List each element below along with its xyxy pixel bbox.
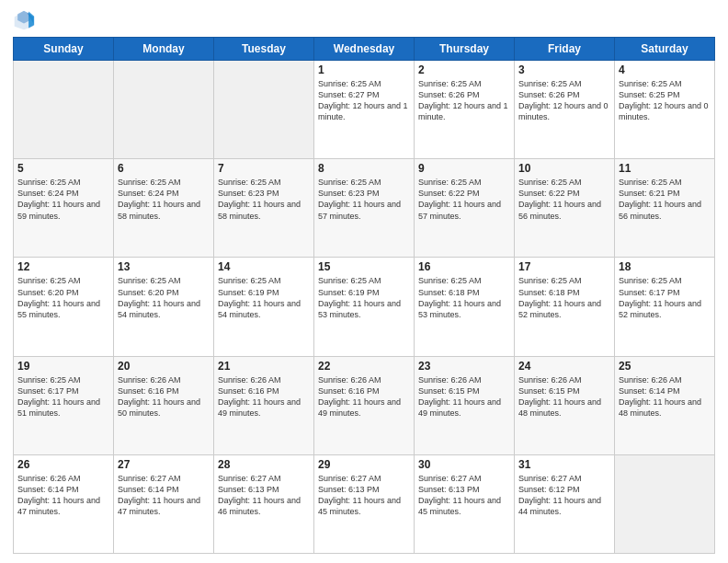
- calendar-cell: 31Sunrise: 6:27 AM Sunset: 6:12 PM Dayli…: [515, 454, 615, 553]
- calendar-cell: [114, 61, 214, 159]
- day-number: 8: [318, 162, 410, 175]
- calendar-cell: 9Sunrise: 6:25 AM Sunset: 6:22 PM Daylig…: [415, 159, 515, 258]
- cell-info: Sunrise: 6:26 AM Sunset: 6:14 PM Dayligh…: [17, 473, 109, 518]
- logo-icon: [13, 9, 35, 31]
- calendar-table: SundayMondayTuesdayWednesdayThursdayFrid…: [13, 37, 715, 554]
- calendar-cell: 1Sunrise: 6:25 AM Sunset: 6:27 PM Daylig…: [314, 61, 415, 159]
- weekday-header-monday: Monday: [114, 38, 214, 61]
- cell-info: Sunrise: 6:25 AM Sunset: 6:20 PM Dayligh…: [17, 275, 109, 320]
- day-number: 31: [518, 458, 610, 471]
- cell-info: Sunrise: 6:25 AM Sunset: 6:26 PM Dayligh…: [418, 78, 510, 123]
- cell-info: Sunrise: 6:27 AM Sunset: 6:14 PM Dayligh…: [118, 473, 210, 518]
- cell-info: Sunrise: 6:27 AM Sunset: 6:13 PM Dayligh…: [418, 473, 510, 518]
- day-number: 24: [518, 360, 610, 373]
- calendar-cell: 20Sunrise: 6:26 AM Sunset: 6:16 PM Dayli…: [114, 356, 214, 454]
- logo: [13, 9, 39, 31]
- weekday-header-row: SundayMondayTuesdayWednesdayThursdayFrid…: [14, 38, 715, 61]
- day-number: 11: [619, 162, 711, 175]
- calendar-cell: 16Sunrise: 6:25 AM Sunset: 6:18 PM Dayli…: [415, 258, 515, 356]
- cell-info: Sunrise: 6:25 AM Sunset: 6:20 PM Dayligh…: [118, 275, 210, 320]
- week-row-2: 12Sunrise: 6:25 AM Sunset: 6:20 PM Dayli…: [14, 258, 715, 356]
- calendar-cell: 21Sunrise: 6:26 AM Sunset: 6:16 PM Dayli…: [214, 356, 314, 454]
- calendar-cell: 29Sunrise: 6:27 AM Sunset: 6:13 PM Dayli…: [314, 454, 415, 553]
- day-number: 22: [318, 360, 410, 373]
- day-number: 5: [17, 162, 109, 175]
- calendar-cell: 7Sunrise: 6:25 AM Sunset: 6:23 PM Daylig…: [214, 159, 314, 258]
- cell-info: Sunrise: 6:25 AM Sunset: 6:19 PM Dayligh…: [218, 275, 310, 320]
- cell-info: Sunrise: 6:25 AM Sunset: 6:27 PM Dayligh…: [318, 78, 410, 123]
- calendar-cell: [14, 61, 114, 159]
- cell-info: Sunrise: 6:25 AM Sunset: 6:26 PM Dayligh…: [518, 78, 610, 123]
- calendar-cell: 18Sunrise: 6:25 AM Sunset: 6:17 PM Dayli…: [615, 258, 715, 356]
- week-row-4: 26Sunrise: 6:26 AM Sunset: 6:14 PM Dayli…: [14, 454, 715, 553]
- day-number: 16: [418, 260, 510, 273]
- day-number: 1: [318, 63, 410, 76]
- calendar-cell: 24Sunrise: 6:26 AM Sunset: 6:15 PM Dayli…: [515, 356, 615, 454]
- header: [13, 9, 715, 31]
- page: SundayMondayTuesdayWednesdayThursdayFrid…: [0, 0, 728, 563]
- day-number: 6: [118, 162, 210, 175]
- calendar-cell: 15Sunrise: 6:25 AM Sunset: 6:19 PM Dayli…: [314, 258, 415, 356]
- weekday-header-tuesday: Tuesday: [214, 38, 314, 61]
- calendar-cell: 22Sunrise: 6:26 AM Sunset: 6:16 PM Dayli…: [314, 356, 415, 454]
- cell-info: Sunrise: 6:25 AM Sunset: 6:18 PM Dayligh…: [518, 275, 610, 320]
- cell-info: Sunrise: 6:25 AM Sunset: 6:18 PM Dayligh…: [418, 275, 510, 320]
- day-number: 23: [418, 360, 510, 373]
- week-row-3: 19Sunrise: 6:25 AM Sunset: 6:17 PM Dayli…: [14, 356, 715, 454]
- day-number: 30: [418, 458, 510, 471]
- week-row-0: 1Sunrise: 6:25 AM Sunset: 6:27 PM Daylig…: [14, 61, 715, 159]
- cell-info: Sunrise: 6:27 AM Sunset: 6:12 PM Dayligh…: [518, 473, 610, 518]
- calendar-cell: 27Sunrise: 6:27 AM Sunset: 6:14 PM Dayli…: [114, 454, 214, 553]
- cell-info: Sunrise: 6:26 AM Sunset: 6:16 PM Dayligh…: [218, 374, 310, 419]
- day-number: 3: [518, 63, 610, 76]
- cell-info: Sunrise: 6:25 AM Sunset: 6:19 PM Dayligh…: [318, 275, 410, 320]
- day-number: 26: [17, 458, 109, 471]
- day-number: 28: [218, 458, 310, 471]
- calendar-cell: 8Sunrise: 6:25 AM Sunset: 6:23 PM Daylig…: [314, 159, 415, 258]
- calendar-cell: 28Sunrise: 6:27 AM Sunset: 6:13 PM Dayli…: [214, 454, 314, 553]
- day-number: 10: [518, 162, 610, 175]
- cell-info: Sunrise: 6:25 AM Sunset: 6:17 PM Dayligh…: [619, 275, 711, 320]
- weekday-header-saturday: Saturday: [615, 38, 715, 61]
- calendar-cell: 19Sunrise: 6:25 AM Sunset: 6:17 PM Dayli…: [14, 356, 114, 454]
- calendar-cell: 14Sunrise: 6:25 AM Sunset: 6:19 PM Dayli…: [214, 258, 314, 356]
- calendar-cell: [214, 61, 314, 159]
- calendar-cell: 11Sunrise: 6:25 AM Sunset: 6:21 PM Dayli…: [615, 159, 715, 258]
- calendar-cell: 2Sunrise: 6:25 AM Sunset: 6:26 PM Daylig…: [415, 61, 515, 159]
- calendar-cell: 25Sunrise: 6:26 AM Sunset: 6:14 PM Dayli…: [615, 356, 715, 454]
- calendar-cell: 5Sunrise: 6:25 AM Sunset: 6:24 PM Daylig…: [14, 159, 114, 258]
- weekday-header-sunday: Sunday: [14, 38, 114, 61]
- day-number: 12: [17, 260, 109, 273]
- day-number: 19: [17, 360, 109, 373]
- weekday-header-thursday: Thursday: [415, 38, 515, 61]
- day-number: 13: [118, 260, 210, 273]
- calendar-cell: 6Sunrise: 6:25 AM Sunset: 6:24 PM Daylig…: [114, 159, 214, 258]
- cell-info: Sunrise: 6:25 AM Sunset: 6:23 PM Dayligh…: [218, 177, 310, 222]
- day-number: 4: [619, 63, 711, 76]
- calendar-cell: 10Sunrise: 6:25 AM Sunset: 6:22 PM Dayli…: [515, 159, 615, 258]
- cell-info: Sunrise: 6:25 AM Sunset: 6:25 PM Dayligh…: [619, 78, 711, 123]
- cell-info: Sunrise: 6:26 AM Sunset: 6:15 PM Dayligh…: [518, 374, 610, 419]
- cell-info: Sunrise: 6:27 AM Sunset: 6:13 PM Dayligh…: [218, 473, 310, 518]
- day-number: 7: [218, 162, 310, 175]
- cell-info: Sunrise: 6:26 AM Sunset: 6:14 PM Dayligh…: [619, 374, 711, 419]
- calendar-cell: [615, 454, 715, 553]
- weekday-header-friday: Friday: [515, 38, 615, 61]
- cell-info: Sunrise: 6:26 AM Sunset: 6:16 PM Dayligh…: [318, 374, 410, 419]
- cell-info: Sunrise: 6:25 AM Sunset: 6:21 PM Dayligh…: [619, 177, 711, 222]
- calendar-cell: 13Sunrise: 6:25 AM Sunset: 6:20 PM Dayli…: [114, 258, 214, 356]
- week-row-1: 5Sunrise: 6:25 AM Sunset: 6:24 PM Daylig…: [14, 159, 715, 258]
- day-number: 9: [418, 162, 510, 175]
- cell-info: Sunrise: 6:25 AM Sunset: 6:22 PM Dayligh…: [418, 177, 510, 222]
- calendar-cell: 4Sunrise: 6:25 AM Sunset: 6:25 PM Daylig…: [615, 61, 715, 159]
- calendar-cell: 30Sunrise: 6:27 AM Sunset: 6:13 PM Dayli…: [415, 454, 515, 553]
- cell-info: Sunrise: 6:25 AM Sunset: 6:24 PM Dayligh…: [118, 177, 210, 222]
- cell-info: Sunrise: 6:25 AM Sunset: 6:22 PM Dayligh…: [518, 177, 610, 222]
- calendar-cell: 12Sunrise: 6:25 AM Sunset: 6:20 PM Dayli…: [14, 258, 114, 356]
- calendar-cell: 26Sunrise: 6:26 AM Sunset: 6:14 PM Dayli…: [14, 454, 114, 553]
- day-number: 15: [318, 260, 410, 273]
- day-number: 20: [118, 360, 210, 373]
- cell-info: Sunrise: 6:26 AM Sunset: 6:15 PM Dayligh…: [418, 374, 510, 419]
- cell-info: Sunrise: 6:25 AM Sunset: 6:23 PM Dayligh…: [318, 177, 410, 222]
- cell-info: Sunrise: 6:25 AM Sunset: 6:24 PM Dayligh…: [17, 177, 109, 222]
